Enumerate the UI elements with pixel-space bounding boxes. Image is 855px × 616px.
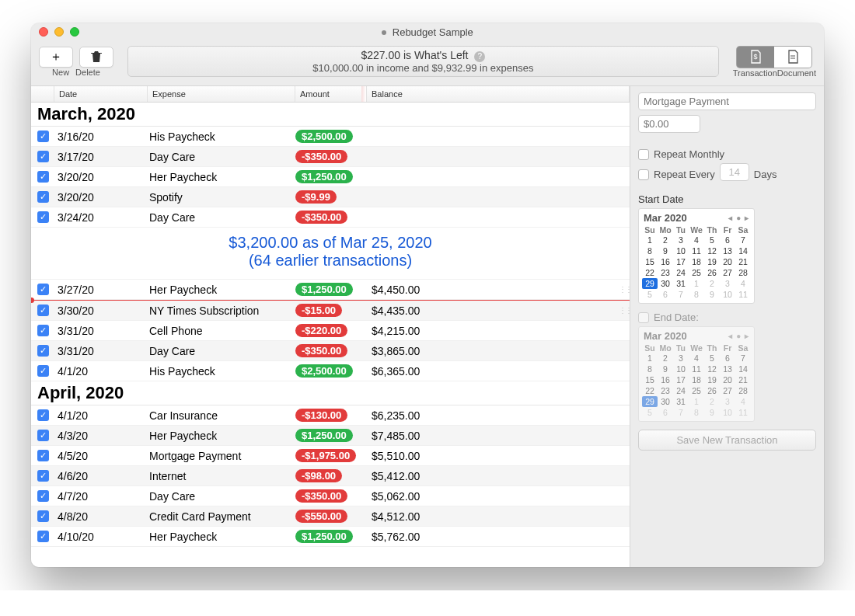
calendar-day[interactable]: 1 <box>642 353 658 364</box>
table-row[interactable]: ✓ 3/31/20 Day Care -$350.00 $3,865.00 <box>31 341 630 361</box>
calendar-day[interactable]: 9 <box>658 364 673 374</box>
checkbox-icon[interactable]: ✓ <box>37 430 49 441</box>
calendar-day[interactable]: 6 <box>658 289 673 300</box>
calendar-day[interactable]: 3 <box>673 353 689 364</box>
table-row[interactable]: ✓ 4/3/20 Her Paycheck $1,250.00 $7,485.0… <box>31 426 630 446</box>
calendar-day[interactable]: 1 <box>689 396 704 407</box>
calendar-day[interactable]: 19 <box>704 256 720 267</box>
checkbox-icon[interactable]: ✓ <box>37 211 49 223</box>
checkbox-icon[interactable]: ✓ <box>37 365 49 377</box>
calendar-day[interactable]: 18 <box>689 256 704 267</box>
table-row[interactable]: ✓ 3/31/20 Cell Phone -$220.00 $4,215.00 <box>31 321 630 341</box>
calendar-day[interactable]: 7 <box>735 353 751 364</box>
calendar-day[interactable]: 14 <box>735 245 751 256</box>
calendar-day[interactable]: 25 <box>689 267 704 278</box>
calendar-day[interactable]: 7 <box>673 289 689 300</box>
table-row[interactable]: ✓ 4/10/20 Her Paycheck $1,250.00 $5,762.… <box>31 527 630 547</box>
calendar-day[interactable]: 3 <box>720 396 735 407</box>
col-amount[interactable]: Amount <box>295 86 367 102</box>
repeat-every-field[interactable] <box>720 163 749 181</box>
checkbox-icon[interactable]: ✓ <box>37 345 49 357</box>
checkbox-icon[interactable]: ✓ <box>37 325 49 336</box>
calendar-day[interactable]: 24 <box>673 385 689 396</box>
calendar-day[interactable]: 11 <box>689 364 704 374</box>
calendar-day[interactable]: 20 <box>720 256 735 267</box>
calendar-day[interactable]: 7 <box>735 235 751 245</box>
calendar-day[interactable]: 27 <box>720 385 735 396</box>
checkbox-icon[interactable]: ✓ <box>37 470 49 482</box>
calendar-day[interactable]: 21 <box>735 256 751 267</box>
calendar-day[interactable]: 15 <box>642 374 658 385</box>
calendar-day[interactable]: 31 <box>673 278 689 289</box>
calendar-day[interactable]: 17 <box>673 256 689 267</box>
table-row[interactable]: ✓ 3/16/20 His Paycheck $2,500.00 <box>31 127 630 147</box>
calendar-day[interactable]: 8 <box>642 364 658 374</box>
calendar-day[interactable]: 22 <box>642 267 658 278</box>
calendar-day[interactable]: 26 <box>704 267 720 278</box>
calendar-day[interactable]: 5 <box>642 407 658 418</box>
calendar-day[interactable]: 16 <box>658 256 673 267</box>
col-date[interactable]: Date <box>54 86 148 102</box>
calendar-day[interactable]: 31 <box>673 396 689 407</box>
calendar-day[interactable]: 11 <box>735 289 751 300</box>
checkbox-icon[interactable]: ✓ <box>37 191 49 203</box>
calendar-day[interactable]: 20 <box>720 374 735 385</box>
calendar-day[interactable]: 3 <box>720 278 735 289</box>
tab-document[interactable] <box>774 47 811 68</box>
table-row[interactable]: ✓ 3/24/20 Day Care -$350.00 <box>31 207 630 228</box>
table-row[interactable]: ✓ 3/17/20 Day Care -$350.00 <box>31 147 630 167</box>
calendar-day[interactable]: 2 <box>658 235 673 245</box>
col-balance[interactable]: Balance <box>367 86 630 102</box>
calendar-day[interactable]: 17 <box>673 374 689 385</box>
calendar-day[interactable]: 29 <box>642 278 658 289</box>
table-row[interactable]: ✓ 3/20/20 Spotify -$9.99 <box>31 187 630 207</box>
calendar-day[interactable]: 2 <box>704 396 720 407</box>
checkbox-icon[interactable]: ✓ <box>37 531 49 542</box>
calendar-day[interactable]: 30 <box>658 396 673 407</box>
table-row[interactable]: ✓ 4/8/20 Credit Card Payment -$550.00 $4… <box>31 506 630 527</box>
calendar-day[interactable]: 9 <box>704 407 720 418</box>
calendar-day[interactable]: 11 <box>735 407 751 418</box>
calendar-day[interactable]: 1 <box>642 235 658 245</box>
calendar-day[interactable]: 23 <box>658 385 673 396</box>
calendar-day[interactable]: 8 <box>642 245 658 256</box>
checkbox-icon[interactable]: ✓ <box>37 151 49 162</box>
calendar-day[interactable]: 10 <box>673 245 689 256</box>
calendar-nav[interactable]: ◂ ● ▸ <box>728 214 749 222</box>
col-expense[interactable]: Expense <box>148 86 295 102</box>
calendar-day[interactable]: 28 <box>735 385 751 396</box>
calendar-day[interactable]: 7 <box>673 407 689 418</box>
table-row[interactable]: ✓ 3/20/20 Her Paycheck $1,250.00 <box>31 167 630 187</box>
calendar-nav[interactable]: ◂ ● ▸ <box>728 332 749 340</box>
calendar-day[interactable]: 27 <box>720 267 735 278</box>
calendar-day[interactable]: 28 <box>735 267 751 278</box>
start-date-calendar[interactable]: Mar 2020◂ ● ▸SuMoTuWeThFrSa1234567891011… <box>638 208 755 304</box>
calendar-day[interactable]: 12 <box>704 245 720 256</box>
calendar-day[interactable]: 9 <box>704 289 720 300</box>
calendar-day[interactable]: 4 <box>735 396 751 407</box>
transaction-list[interactable]: Date Expense Amount Balance March, 2020 … <box>31 85 630 567</box>
table-row[interactable]: ✓ 4/1/20 Car Insurance -$130.00 $6,235.0… <box>31 405 630 426</box>
calendar-day[interactable]: 23 <box>658 267 673 278</box>
checkbox-icon[interactable]: ✓ <box>37 171 49 183</box>
calendar-day[interactable]: 12 <box>704 364 720 374</box>
calendar-day[interactable]: 9 <box>658 245 673 256</box>
table-row[interactable]: ✓ 4/6/20 Internet -$98.00 $5,412.00 <box>31 466 630 486</box>
checkbox-icon[interactable]: ✓ <box>37 490 49 502</box>
calendar-day[interactable]: 15 <box>642 256 658 267</box>
calendar-day[interactable]: 5 <box>642 289 658 300</box>
table-row[interactable]: ✓ 3/30/20 NY Times Subscription -$15.00 … <box>31 301 630 321</box>
calendar-day[interactable]: 5 <box>704 235 720 245</box>
new-button[interactable]: ＋ <box>39 47 73 68</box>
calendar-day[interactable]: 30 <box>658 278 673 289</box>
calendar-day[interactable]: 8 <box>689 289 704 300</box>
checkbox-icon[interactable]: ✓ <box>37 131 49 142</box>
calendar-day[interactable]: 6 <box>658 407 673 418</box>
summary-link[interactable]: $3,200.00 as of Mar 25, 2020(64 earlier … <box>31 228 630 280</box>
calendar-day[interactable]: 5 <box>704 353 720 364</box>
table-row[interactable]: ✓ 4/5/20 Mortgage Payment -$1,975.00 $5,… <box>31 446 630 466</box>
tab-transaction[interactable]: $ <box>737 47 774 68</box>
calendar-day[interactable]: 10 <box>673 364 689 374</box>
calendar-day[interactable]: 1 <box>689 278 704 289</box>
calendar-day[interactable]: 29 <box>642 396 658 407</box>
